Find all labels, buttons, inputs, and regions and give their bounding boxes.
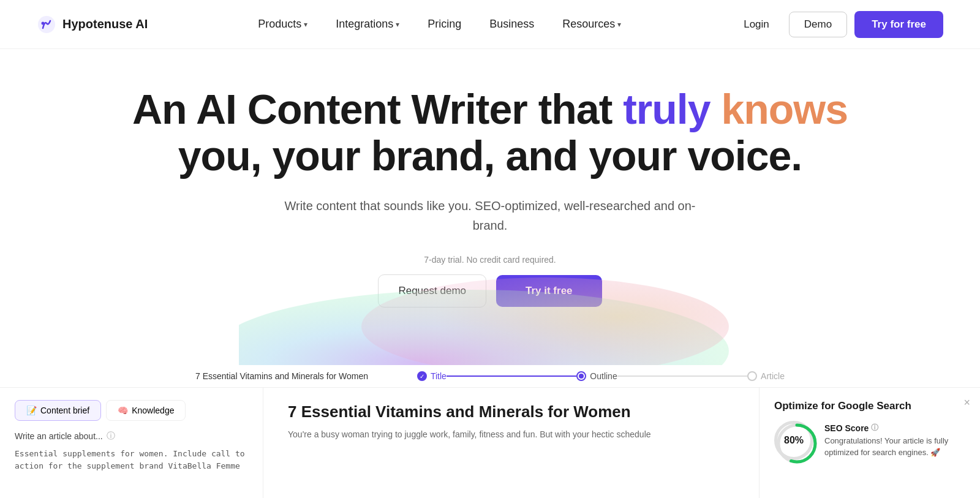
step-title-circle: ✓ — [417, 371, 427, 381]
score-description: Congratulations! Your article is fully o… — [824, 436, 965, 458]
products-chevron-icon: ▾ — [304, 20, 307, 29]
svg-point-1 — [42, 21, 45, 25]
try-for-free-button[interactable]: Try for free — [854, 11, 943, 38]
left-panel-tabs: 📝 Content brief 🧠 Knowledge — [15, 400, 248, 421]
score-row: 80% SEO Score ⓘ Congratulations! Your ar… — [774, 421, 965, 460]
nav-links: Products ▾ Integrations ▾ Pricing Busine… — [247, 13, 632, 36]
hero-buttons: Request demo Try it free — [378, 274, 601, 307]
article-title-label: 7 Essential Vitamins and Minerals for Wo… — [195, 371, 368, 381]
step-outline-circle — [576, 371, 586, 381]
nav-products[interactable]: Products ▾ — [247, 13, 318, 36]
nav-pricing[interactable]: Pricing — [417, 13, 472, 36]
logo[interactable]: Hypotenuse AI — [37, 15, 148, 34]
write-about-label: Write an article about... ⓘ — [15, 431, 248, 442]
progress-row: 7 Essential Vitamins and Minerals for Wo… — [0, 365, 980, 388]
score-label: SEO Score ⓘ — [824, 423, 965, 433]
step-title: ✓ Title — [417, 371, 447, 381]
request-demo-button[interactable]: Request demo — [378, 274, 486, 307]
step-line-1 — [447, 375, 576, 377]
resources-chevron-icon: ▾ — [617, 20, 621, 29]
svg-point-0 — [38, 16, 55, 33]
close-icon[interactable]: × — [963, 396, 970, 409]
knowledge-icon: 🧠 — [118, 406, 128, 415]
info-icon: ⓘ — [107, 431, 115, 442]
demo-button[interactable]: Demo — [789, 12, 847, 37]
nav-business[interactable]: Business — [478, 13, 545, 36]
knowledge-tab[interactable]: 🧠 Knowledge — [106, 400, 186, 421]
step-article: Article — [747, 371, 785, 381]
article-preview-title: 7 Essential Vitamins and Minerals for Wo… — [288, 402, 734, 421]
nav-actions: Login Demo Try for free — [731, 11, 943, 38]
seo-panel: × Optimize for Google Search 80% SEO Sco… — [760, 388, 980, 498]
cards-row: 📝 Content brief 🧠 Knowledge Write an art… — [0, 388, 980, 498]
step-outline: Outline — [576, 371, 617, 381]
content-brief-icon: 📝 — [26, 406, 37, 415]
score-info: SEO Score ⓘ Congratulations! Your articl… — [824, 423, 965, 458]
seo-score-circle: 80% — [774, 421, 813, 460]
seo-panel-title: Optimize for Google Search — [774, 400, 965, 412]
content-brief-tab[interactable]: 📝 Content brief — [15, 400, 101, 421]
article-preview-body: You're a busy woman trying to juggle wor… — [288, 428, 734, 441]
hero-section: An AI Content Writer that truly knows yo… — [0, 49, 980, 307]
step-line-2 — [617, 375, 747, 377]
article-textarea[interactable] — [15, 448, 248, 484]
score-ring-svg — [774, 421, 820, 466]
trial-text: 7-day trial. No credit card required. — [424, 255, 556, 265]
try-it-free-button[interactable]: Try it free — [496, 275, 602, 307]
hero-subtitle: Write content that sounds like you. SEO-… — [276, 196, 704, 235]
bottom-section: 7 Essential Vitamins and Minerals for Wo… — [0, 365, 980, 498]
article-preview-panel: 7 Essential Vitamins and Minerals for Wo… — [263, 388, 760, 498]
brand-name: Hypotenuse AI — [62, 17, 148, 31]
score-info-icon: ⓘ — [871, 423, 878, 433]
progress-steps: ✓ Title Outline Article — [417, 371, 785, 381]
logo-icon — [37, 15, 56, 34]
left-panel: 📝 Content brief 🧠 Knowledge Write an art… — [0, 388, 263, 498]
step-article-circle — [747, 371, 757, 381]
nav-integrations[interactable]: Integrations ▾ — [325, 13, 410, 36]
nav-resources[interactable]: Resources ▾ — [551, 13, 632, 36]
navbar: Hypotenuse AI Products ▾ Integrations ▾ … — [0, 0, 980, 49]
login-button[interactable]: Login — [731, 13, 782, 36]
hero-headline: An AI Content Writer that truly knows yo… — [123, 86, 858, 179]
integrations-chevron-icon: ▾ — [396, 20, 399, 29]
